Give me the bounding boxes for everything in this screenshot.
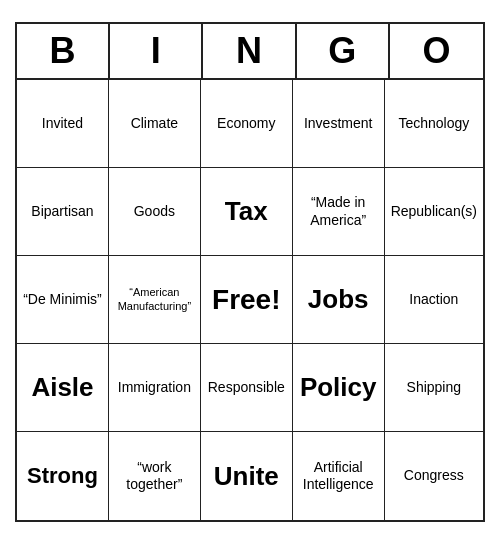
bingo-cell-3: Investment bbox=[293, 80, 385, 168]
header-letter-b: B bbox=[17, 24, 110, 78]
bingo-cell-9: Republican(s) bbox=[385, 168, 483, 256]
bingo-cell-1: Climate bbox=[109, 80, 201, 168]
bingo-cell-19: Shipping bbox=[385, 344, 483, 432]
bingo-cell-18: Policy bbox=[293, 344, 385, 432]
bingo-cell-11: “American Manufacturing” bbox=[109, 256, 201, 344]
bingo-cell-4: Technology bbox=[385, 80, 483, 168]
bingo-cell-21: “work together” bbox=[109, 432, 201, 520]
bingo-cell-14: Inaction bbox=[385, 256, 483, 344]
header-letter-i: I bbox=[110, 24, 203, 78]
bingo-cell-5: Bipartisan bbox=[17, 168, 109, 256]
bingo-cell-23: Artificial Intelligence bbox=[293, 432, 385, 520]
bingo-cell-20: Strong bbox=[17, 432, 109, 520]
bingo-header: BINGO bbox=[17, 24, 483, 80]
bingo-cell-16: Immigration bbox=[109, 344, 201, 432]
bingo-cell-22: Unite bbox=[201, 432, 293, 520]
bingo-cell-17: Responsible bbox=[201, 344, 293, 432]
bingo-cell-13: Jobs bbox=[293, 256, 385, 344]
bingo-cell-8: “Made in America” bbox=[293, 168, 385, 256]
bingo-cell-2: Economy bbox=[201, 80, 293, 168]
bingo-cell-15: Aisle bbox=[17, 344, 109, 432]
bingo-cell-24: Congress bbox=[385, 432, 483, 520]
bingo-card: BINGO InvitedClimateEconomyInvestmentTec… bbox=[15, 22, 485, 522]
header-letter-n: N bbox=[203, 24, 296, 78]
bingo-cell-0: Invited bbox=[17, 80, 109, 168]
bingo-cell-10: “De Minimis” bbox=[17, 256, 109, 344]
bingo-cell-6: Goods bbox=[109, 168, 201, 256]
bingo-cell-12: Free! bbox=[201, 256, 293, 344]
bingo-grid: InvitedClimateEconomyInvestmentTechnolog… bbox=[17, 80, 483, 520]
header-letter-g: G bbox=[297, 24, 390, 78]
bingo-cell-7: Tax bbox=[201, 168, 293, 256]
header-letter-o: O bbox=[390, 24, 483, 78]
